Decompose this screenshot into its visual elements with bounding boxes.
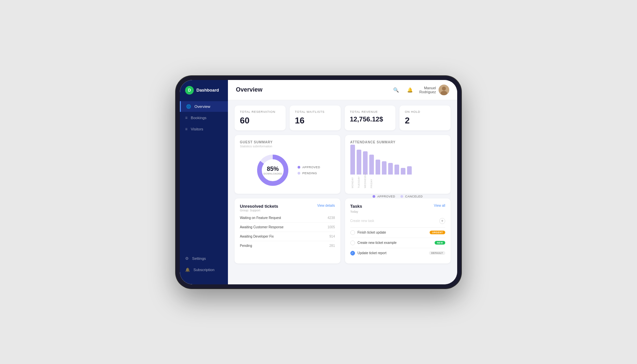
device-shell: D Dashboard 🌐 Overview ≡ Bookings ≡: [176, 76, 461, 288]
device-screen: D Dashboard 🌐 Overview ≡ Bookings ≡: [180, 80, 457, 284]
bar-wednesday: WEDNESDAY: [363, 151, 368, 188]
stat-value: 12,756.12$: [350, 115, 390, 123]
legend-approved: APPROVED: [298, 166, 320, 169]
logo-text: Dashboard: [196, 88, 219, 93]
table-row: Awaiting Customer Response 1005: [240, 223, 335, 232]
tasks-title: Tasks: [350, 204, 362, 209]
sidebar-item-label: Visitors: [191, 127, 203, 131]
new-task-row: Create new task +: [350, 216, 446, 228]
sidebar-item-bookings[interactable]: ≡ Bookings: [180, 112, 228, 123]
bar-10: [407, 166, 412, 188]
table-row: Waiting on Feature Request 4238: [240, 213, 335, 223]
bar-label: FRIDAY: [370, 175, 373, 188]
bar-tuesday-fill: [357, 150, 361, 175]
sidebar-nav: 🌐 Overview ≡ Bookings ≡ Visitors: [180, 101, 228, 253]
search-icon[interactable]: 🔍: [391, 85, 401, 95]
legend-att-approved: APPROVED: [373, 195, 395, 198]
task-name-2: Create new ticket example: [358, 241, 432, 245]
ticket-name: Waiting on Feature Request: [240, 216, 281, 220]
ticket-name: Pending: [240, 244, 252, 248]
ticket-name: Awaiting Customer Response: [240, 225, 284, 229]
donut-center: 85% DOWNLOADED: [263, 166, 282, 175]
task-checkbox-1[interactable]: [350, 230, 355, 235]
logo-icon: D: [185, 86, 194, 95]
tasks-card: Tasks View all Today Create new task + F…: [345, 198, 451, 263]
sidebar-item-label: Bookings: [191, 116, 206, 120]
task-checkbox-3[interactable]: ✓: [350, 251, 355, 255]
tickets-title-group: Unresolved tickets Group: Support: [240, 204, 278, 212]
tasks-header: Tasks View all: [350, 204, 446, 209]
task-item-2: Create new ticket example NEW: [350, 238, 446, 248]
check-mark-icon: ✓: [351, 252, 354, 255]
attendance-title: ATTENDANCE SUMMARY: [350, 140, 446, 144]
notification-icon[interactable]: 🔔: [405, 85, 415, 95]
user-info[interactable]: ManuelRodriguez: [419, 85, 449, 95]
settings-icon: ⚙: [185, 256, 189, 261]
visitors-icon: ≡: [185, 127, 187, 131]
bar-9: [401, 168, 405, 188]
bar-10-fill: [407, 166, 412, 175]
legend-pending: PENDING: [298, 172, 320, 175]
bar-monday-fill: [350, 145, 355, 175]
ticket-count: 1005: [327, 225, 335, 229]
legend-att-canceled: CANCELED: [400, 195, 423, 198]
stat-value: 2: [405, 115, 445, 126]
stat-value: 60: [240, 115, 280, 126]
bar-6-fill: [382, 161, 387, 175]
bar-wednesday-fill: [363, 151, 368, 175]
bar-monday: MONDAY: [350, 145, 355, 188]
dashboard-body: TOTAL RESERVATION 60 TOTAL WAITLISTS 16 …: [228, 100, 457, 284]
approved-dot: [298, 166, 300, 169]
donut-chart: 85% DOWNLOADED: [254, 152, 291, 188]
task-checkbox-2[interactable]: [350, 241, 355, 245]
add-task-button[interactable]: +: [439, 218, 445, 224]
task-name-1: Finish ticket update: [358, 231, 427, 234]
new-task-placeholder: Create new task: [350, 219, 374, 223]
bar-label: MONDAY: [351, 175, 354, 188]
stat-label: ON HOLD: [405, 110, 445, 113]
donut-sub-label: DOWNLOADED: [263, 173, 282, 175]
ticket-count: 281: [329, 244, 335, 248]
bar-6: [382, 161, 387, 188]
main-content: Overview 🔍 🔔 ManuelRodriguez: [228, 80, 457, 284]
task-badge-2: NEW: [435, 241, 445, 245]
bar-9-fill: [401, 168, 405, 175]
stat-label: TOTAL WAITLISTS: [295, 110, 335, 113]
attendance-legend: APPROVED CANCELED: [350, 195, 446, 198]
overview-icon: 🌐: [186, 104, 191, 109]
bar-5: [376, 160, 380, 188]
header: Overview 🔍 🔔 ManuelRodriguez: [228, 80, 457, 100]
tickets-header: Unresolved tickets Group: Support View d…: [240, 204, 335, 212]
view-all-link[interactable]: View all: [434, 204, 445, 207]
sidebar-item-visitors[interactable]: ≡ Visitors: [180, 124, 228, 134]
guest-summary-subtitle: Statistics subinformation: [240, 145, 335, 148]
guest-summary-card: GUEST SUMMARY Statistics subinformation: [235, 135, 340, 194]
bar-label: TUESDAY: [358, 175, 360, 188]
stat-card-revenue: TOTAL REVENUE 12,756.12$: [345, 106, 396, 130]
sidebar-item-label: Subscription: [193, 268, 214, 272]
sidebar-item-overview[interactable]: 🌐 Overview: [180, 101, 228, 112]
view-details-link[interactable]: View details: [317, 204, 335, 207]
tickets-title: Unresolved tickets: [240, 204, 278, 209]
bar-chart: MONDAY TUESDAY WEDNESDAY: [350, 145, 446, 181]
subscription-icon: 🔔: [185, 267, 190, 272]
bar-8: [394, 165, 399, 188]
stat-card-waitlists: TOTAL WAITLISTS 16: [290, 106, 341, 130]
donut-percentage: 85%: [263, 166, 282, 173]
bar-friday: FRIDAY: [369, 155, 374, 188]
tickets-subtitle: Group: Support: [240, 209, 278, 212]
approved-label: APPROVED: [302, 166, 320, 169]
att-canceled-label: CANCELED: [405, 195, 423, 198]
bottom-row: Unresolved tickets Group: Support View d…: [235, 198, 451, 263]
bookings-icon: ≡: [185, 115, 187, 120]
pending-label: PENDING: [302, 172, 317, 175]
bar-7: [388, 163, 393, 188]
stat-value: 16: [295, 115, 335, 126]
sidebar-bottom: ⚙ Settings 🔔 Subscription: [180, 253, 228, 278]
sidebar-item-subscription[interactable]: 🔔 Subscription: [180, 264, 228, 275]
sidebar-item-label: Settings: [192, 256, 206, 260]
stat-card-onhold: ON HOLD 2: [399, 106, 451, 130]
svg-point-1: [442, 87, 446, 91]
sidebar-item-settings[interactable]: ⚙ Settings: [180, 253, 228, 264]
pending-dot: [298, 172, 300, 175]
